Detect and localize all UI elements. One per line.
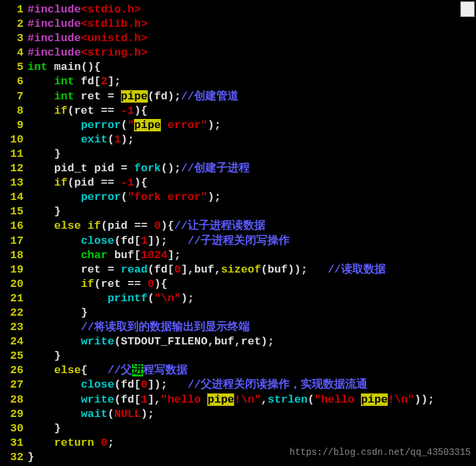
line-number: 32 (0, 450, 27, 465)
line-number: 28 (0, 393, 27, 407)
code-line: 3#include<unistd.h> (0, 31, 476, 46)
line-number: 27 (0, 378, 27, 392)
line-number: 10 (0, 133, 27, 147)
scroll-indicator (460, 1, 475, 17)
code-line: 13 if(pid == -1){ (0, 176, 476, 190)
line-number: 3 (0, 31, 27, 46)
code-line: 2#include<stdlib.h> (0, 17, 476, 31)
code-line: 20 if(ret == 0){ (0, 277, 476, 291)
line-number: 5 (0, 60, 27, 75)
highlight-pipe: pipe (121, 90, 148, 103)
code-line: 17 close(fd[1]); //子进程关闭写操作 (0, 234, 476, 248)
highlight-pipe: pipe (361, 393, 388, 406)
line-number: 20 (0, 277, 27, 291)
line-number: 9 (0, 118, 27, 133)
line-number: 26 (0, 363, 27, 378)
line-number: 7 (0, 90, 27, 104)
code-line: 23 //将读取到的数据输出到显示终端 (0, 320, 476, 335)
line-number: 8 (0, 104, 27, 118)
code-line: 10 exit(1); (0, 133, 476, 147)
line-number: 17 (0, 234, 27, 248)
line-number: 6 (0, 75, 27, 89)
line-number: 12 (0, 161, 27, 176)
line-number: 23 (0, 320, 27, 335)
code-line: 19 ret = read(fd[0],buf,sizeof(buf)); //… (0, 263, 476, 277)
code-line: 18 char buf[1024]; (0, 248, 476, 263)
code-line: 21 printf("\n"); (0, 291, 476, 306)
code-line: 14 perror("fork error"); (0, 190, 476, 205)
line-number: 16 (0, 219, 27, 233)
line-number: 29 (0, 407, 27, 422)
code-line: 1#include<stdio.h> (0, 3, 476, 17)
code-line: 24 write(STDOUT_FILENO,buf,ret); (0, 335, 476, 349)
line-number: 15 (0, 205, 27, 219)
code-line: 22 } (0, 306, 476, 320)
code-line: 27 close(fd[0]); //父进程关闭读操作，实现数据流通 (0, 378, 476, 392)
highlight-pipe: pipe (207, 393, 234, 406)
line-number: 19 (0, 263, 27, 277)
highlight-pipe: pipe (134, 119, 161, 131)
line-number: 25 (0, 349, 27, 363)
code-line: 11 } (0, 147, 476, 161)
line-number: 18 (0, 248, 27, 263)
code-editor: 1#include<stdio.h> 2#include<stdlib.h> 3… (0, 0, 476, 466)
line-number: 1 (0, 3, 27, 17)
code-line: 6 int fd[2]; (0, 75, 476, 89)
code-line: 12 pid_t pid = fork();//创建子进程 (0, 161, 476, 176)
code-line: 15 } (0, 205, 476, 219)
code-line: 16 else if(pid == 0){//让子进程读数据 (0, 219, 476, 233)
line-number: 24 (0, 335, 27, 349)
code-line: 29 wait(NULL); (0, 407, 476, 422)
line-number: 30 (0, 422, 27, 436)
line-number: 14 (0, 190, 27, 205)
code-line: 5int main(){ (0, 60, 476, 75)
line-number: 11 (0, 147, 27, 161)
line-number: 22 (0, 306, 27, 320)
line-number: 21 (0, 291, 27, 306)
code-line: 8 if(ret == -1){ (0, 104, 476, 118)
code-line: 9 perror("pipe error"); (0, 118, 476, 133)
code-line: 26 else{ //父进程写数据 (0, 363, 476, 378)
line-number: 4 (0, 46, 27, 60)
line-number: 2 (0, 17, 27, 31)
code-line: 30 } (0, 422, 476, 436)
line-number: 31 (0, 436, 27, 450)
code-line: 28 write(fd[1],"hello pipe!\n",strlen("h… (0, 393, 476, 407)
code-line: 4#include<string.h> (0, 46, 476, 60)
code-line: 25 } (0, 349, 476, 363)
highlight-cursor: 进 (132, 364, 143, 376)
code-line: 7 int ret = pipe(fd);//创建管道 (0, 90, 476, 104)
watermark: https://blog.csdn.net/qq_43503315 (290, 446, 471, 458)
line-number: 13 (0, 176, 27, 190)
